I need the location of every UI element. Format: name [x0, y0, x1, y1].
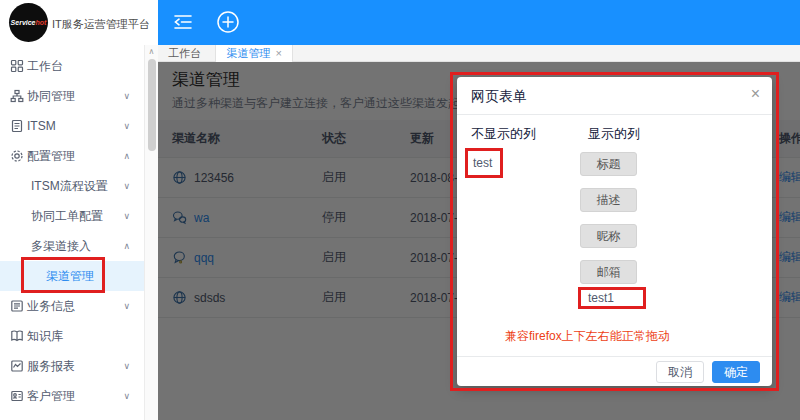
shown-columns-title: 显示的列 [588, 125, 640, 143]
sidebar-item-config-mgmt[interactable]: 配置管理 ∧ [0, 141, 158, 171]
app-window: Servicehot IT服务运营管理平台 工作台 协同管理 ∨ ITSM ∨ [0, 0, 800, 420]
sidebar-item-channel-mgmt[interactable]: 渠道管理 [0, 261, 158, 291]
scrollbar-up-arrow-icon[interactable]: ∧ [145, 45, 158, 58]
shown-column-item[interactable]: 描述 [580, 188, 637, 212]
sidebar-item-service-reports[interactable]: 服务报表 ∨ [0, 351, 158, 381]
modal-title: 网页表单 [471, 77, 527, 115]
org-nodes-icon [10, 89, 24, 103]
logo-row: Servicehot IT服务运营管理平台 [0, 0, 158, 45]
sidebar-item-label: 配置管理 [27, 141, 75, 171]
topbar [158, 0, 800, 45]
logo-text: Service [11, 19, 36, 26]
sidebar-item-collab-ticket-config[interactable]: 协同工单配置 ∨ [0, 201, 158, 231]
logo-text-hot: hot [36, 19, 47, 26]
customer-card-icon [10, 389, 24, 403]
tab-label: 工作台 [168, 47, 201, 59]
tab-bar: 工作台 渠道管理× [158, 45, 800, 62]
hidden-columns-title: 不显示的列 [471, 125, 536, 143]
sidebar-item-itsm-flow-settings[interactable]: ITSM流程设置 ∨ [0, 171, 158, 201]
modal-footer: 取消 确定 [457, 356, 772, 386]
chevron-down-icon: ∨ [123, 111, 130, 141]
plus-circle-icon[interactable] [216, 10, 240, 38]
chevron-up-icon: ∧ [123, 141, 130, 171]
tab-label: 渠道管理 [226, 47, 270, 59]
sidebar-item-knowledge-base[interactable]: 知识库 [0, 321, 158, 351]
tab-channel-mgmt[interactable]: 渠道管理× [215, 45, 292, 62]
shown-column-item[interactable]: 邮箱 [580, 260, 637, 284]
list-card-icon [10, 299, 24, 313]
chevron-down-icon: ∨ [123, 351, 130, 381]
cancel-button[interactable]: 取消 [656, 361, 704, 383]
sidebar-item-business-info[interactable]: 业务信息 ∨ [0, 291, 158, 321]
shown-column-item-test1[interactable]: test1 [578, 287, 646, 309]
tab-workbench[interactable]: 工作台 [158, 45, 211, 62]
hidden-column-item-test[interactable]: test [465, 148, 503, 178]
report-chart-icon [10, 359, 24, 373]
sidebar-item-label: ITSM [27, 111, 56, 141]
modal-header: 网页表单 × [457, 77, 772, 115]
sidebar-item-itsm[interactable]: ITSM ∨ [0, 111, 158, 141]
servicehot-logo: Servicehot [9, 3, 48, 42]
confirm-button[interactable]: 确定 [712, 361, 760, 383]
web-form-modal: 网页表单 × 不显示的列 显示的列 test 标题 描述 昵称 邮箱 test1… [457, 77, 772, 386]
gear-icon [10, 149, 24, 163]
shown-column-item[interactable]: 标题 [580, 152, 637, 176]
sidebar-item-label: ITSM流程设置 [31, 171, 108, 201]
chevron-down-icon: ∨ [123, 81, 130, 111]
sidebar-item-label: 渠道管理 [46, 261, 94, 291]
document-icon [10, 119, 24, 133]
chevron-up-icon: ∧ [123, 231, 130, 261]
shown-column-item[interactable]: 昵称 [580, 224, 637, 248]
compatibility-note: 兼容firefox上下左右能正常拖动 [505, 328, 670, 345]
sidebar-item-label: 协同工单配置 [31, 201, 103, 231]
sidebar-item-label: 协同管理 [27, 81, 75, 111]
sidebar-item-label: 业务信息 [27, 291, 75, 321]
scrollbar-thumb[interactable] [148, 59, 156, 151]
sidebar-item-multichannel-access[interactable]: 多渠道接入 ∧ [0, 231, 158, 261]
sidebar-menu: 工作台 协同管理 ∨ ITSM ∨ 配置管理 ∧ ITSM流程设置 ∨ [0, 51, 158, 411]
sidebar-item-workbench[interactable]: 工作台 [0, 51, 158, 81]
sidebar-item-collab-mgmt[interactable]: 协同管理 ∨ [0, 81, 158, 111]
sidebar-item-label: 多渠道接入 [31, 231, 91, 261]
menu-fold-icon[interactable] [172, 12, 194, 36]
dashboard-grid-icon [10, 59, 24, 73]
sidebar-item-label: 客户管理 [27, 381, 75, 411]
chevron-down-icon: ∨ [123, 291, 130, 321]
book-icon [10, 329, 24, 343]
app-title: IT服务运营管理平台 [52, 17, 150, 32]
chevron-down-icon: ∨ [123, 381, 130, 411]
sidebar-item-label: 服务报表 [27, 351, 75, 381]
chevron-down-icon: ∨ [123, 201, 130, 231]
sidebar-item-customer-mgmt[interactable]: 客户管理 ∨ [0, 381, 158, 411]
close-icon[interactable]: × [275, 47, 281, 59]
sidebar-item-label: 工作台 [27, 51, 63, 81]
close-icon[interactable]: × [751, 86, 760, 102]
chevron-down-icon: ∨ [123, 171, 130, 201]
sidebar: Servicehot IT服务运营管理平台 工作台 协同管理 ∨ ITSM ∨ [0, 0, 158, 420]
sidebar-item-label: 知识库 [27, 321, 63, 351]
sidebar-scrollbar[interactable]: ∧ [144, 45, 158, 420]
